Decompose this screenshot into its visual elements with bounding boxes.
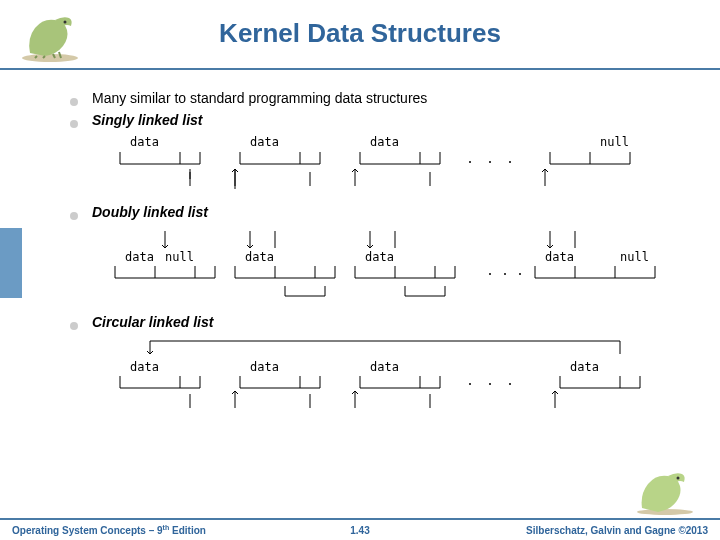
bullet-item: Many similar to standard programming dat…: [70, 90, 670, 106]
svg-point-18: [504, 273, 506, 275]
footer-left: Operating System Concepts – 9th Edition: [12, 524, 206, 536]
footer-copyright: Silberschatz, Galvin and Gagne ©2013: [526, 525, 708, 536]
node-label: data: [370, 135, 399, 149]
bullet-text: Many similar to standard programming dat…: [92, 90, 427, 106]
node-label: data: [130, 360, 159, 374]
svg-point-19: [519, 273, 521, 275]
dinosaur-logo-right: [630, 466, 700, 516]
svg-point-8: [469, 161, 471, 163]
svg-point-29: [509, 383, 511, 385]
node-label: data: [130, 135, 159, 149]
svg-point-0: [22, 54, 78, 62]
singly-linked-list-diagram: data data data: [110, 134, 670, 194]
svg-point-9: [489, 161, 491, 163]
svg-point-10: [509, 161, 511, 163]
bullet-item: Singly linked list: [70, 112, 670, 128]
node-label: data: [570, 360, 599, 374]
footer-book-title: Operating System Concepts – 9: [12, 525, 163, 536]
bullet-text: Circular linked list: [92, 314, 213, 330]
footer-page-number: 1.43: [350, 525, 369, 536]
bullet-icon: [70, 212, 78, 220]
footer-edition-suffix: Edition: [169, 525, 206, 536]
slide-footer: Operating System Concepts – 9th Edition …: [0, 518, 720, 540]
bullet-icon: [70, 98, 78, 106]
node-label: data: [125, 250, 154, 264]
node-label: null: [620, 250, 649, 264]
bullet-item: Circular linked list: [70, 314, 670, 330]
slide-content: Many similar to standard programming dat…: [0, 70, 720, 421]
bullet-icon: [70, 120, 78, 128]
side-tab: [0, 228, 22, 298]
node-label: null: [165, 250, 194, 264]
bullet-icon: [70, 322, 78, 330]
doubly-linked-list-diagram: data null data data: [110, 226, 670, 304]
svg-point-1: [64, 21, 67, 24]
node-label: data: [245, 250, 274, 264]
svg-point-32: [677, 477, 680, 480]
svg-point-17: [489, 273, 491, 275]
svg-point-27: [469, 383, 471, 385]
node-label: null: [600, 135, 629, 149]
dinosaur-logo-left: [15, 8, 85, 63]
circular-linked-list-diagram: data data data: [110, 336, 670, 421]
slide-header: Kernel Data Structures: [0, 0, 720, 70]
slide-title: Kernel Data Structures: [0, 0, 720, 49]
svg-point-28: [489, 383, 491, 385]
bullet-item: Doubly linked list: [70, 204, 670, 220]
bullet-text: Doubly linked list: [92, 204, 208, 220]
node-label: data: [370, 360, 399, 374]
node-label: data: [250, 360, 279, 374]
node-label: data: [365, 250, 394, 264]
node-label: data: [545, 250, 574, 264]
node-label: data: [250, 135, 279, 149]
bullet-text: Singly linked list: [92, 112, 202, 128]
